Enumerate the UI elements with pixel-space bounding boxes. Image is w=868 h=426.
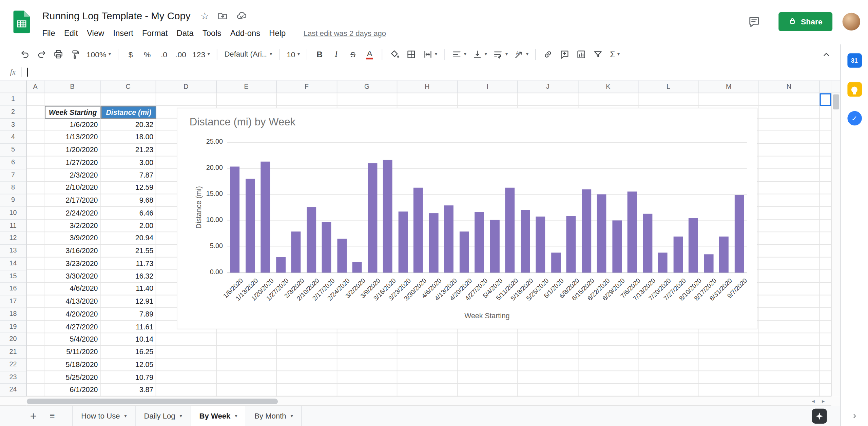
chart-bar[interactable] [475, 212, 484, 273]
comment-history-icon[interactable] [748, 16, 760, 27]
column-header-E[interactable]: E [216, 81, 277, 93]
paint-format-button[interactable] [67, 47, 82, 62]
chart-bar[interactable] [689, 218, 698, 272]
row-header-4[interactable]: 4 [0, 131, 26, 144]
font-family-button[interactable]: Default (Ari...▾ [222, 47, 274, 62]
chart-bar[interactable] [643, 214, 652, 272]
chart-bar[interactable] [521, 210, 530, 273]
chart-bar[interactable] [291, 231, 301, 272]
decrease-decimal-button[interactable]: .0 [156, 47, 171, 62]
add-sheet-button[interactable]: + [25, 410, 41, 422]
cell-week-date[interactable]: 3/2/2020 [45, 220, 101, 232]
menu-help[interactable]: Help [265, 27, 290, 39]
column-header-A[interactable]: A [27, 81, 44, 93]
increase-decimal-button[interactable]: .00 [173, 47, 188, 62]
chart-bar[interactable] [536, 216, 545, 272]
row-header-1[interactable]: 1 [0, 93, 26, 106]
menu-add-ons[interactable]: Add-ons [226, 27, 265, 39]
cell-distance-value[interactable]: 20.32 [101, 119, 156, 131]
column-header-I[interactable]: I [458, 81, 518, 93]
cell-distance-value[interactable]: 21.23 [101, 144, 156, 156]
chart-bar[interactable] [307, 207, 316, 272]
cell-week-date[interactable]: 2/24/2020 [45, 207, 101, 220]
cell-week-date[interactable]: 5/11/2020 [45, 346, 101, 359]
chart-bar[interactable] [398, 211, 408, 273]
borders-button[interactable] [404, 47, 419, 62]
row-header-5[interactable]: 5 [0, 144, 26, 156]
text-color-button[interactable]: A [362, 47, 377, 62]
chart-bar[interactable] [352, 262, 362, 273]
row-header-13[interactable]: 13 [0, 245, 26, 257]
scroll-left-icon[interactable]: ◂ [812, 398, 815, 404]
cell-distance-value[interactable]: 20.94 [101, 232, 156, 245]
menu-view[interactable]: View [82, 27, 109, 39]
scroll-right-icon[interactable]: ▸ [822, 398, 825, 404]
vertical-scrollbar[interactable] [831, 93, 840, 397]
column-header-L[interactable]: L [638, 81, 699, 93]
cell-distance-value[interactable]: 11.61 [101, 321, 156, 333]
document-title[interactable]: Running Log Template - My Copy [42, 10, 191, 22]
cell-distance-value[interactable]: 2.00 [101, 220, 156, 232]
row-header-16[interactable]: 16 [0, 283, 26, 295]
cell-distance-value[interactable]: 7.87 [101, 169, 156, 182]
chart-bar[interactable] [582, 189, 591, 272]
select-all-corner[interactable] [0, 81, 27, 94]
insert-comment-button[interactable] [557, 47, 572, 62]
cell-distance-value[interactable]: 9.68 [101, 194, 156, 207]
chart-bar[interactable] [505, 188, 515, 272]
keep-icon[interactable] [847, 82, 862, 97]
menu-insert[interactable]: Insert [109, 27, 138, 39]
row-header-6[interactable]: 6 [0, 157, 26, 169]
cell-distance-value[interactable]: 16.25 [101, 346, 156, 359]
menu-tools[interactable]: Tools [198, 27, 226, 39]
cell-distance-value[interactable]: 6.46 [101, 207, 156, 220]
vertical-align-button[interactable]: ▾ [470, 47, 489, 62]
chart-bar[interactable] [413, 187, 423, 272]
row-header-15[interactable]: 15 [0, 270, 26, 283]
sheet-tab-by-month[interactable]: By Month▾ [246, 406, 302, 426]
cell-week-date[interactable]: 5/4/2020 [45, 333, 101, 346]
horizontal-scrollbar-thumb[interactable] [27, 399, 278, 404]
header-cell-distance[interactable]: Distance (mi) [101, 106, 156, 119]
cell-distance-value[interactable]: 12.05 [101, 359, 156, 371]
chart-bar[interactable] [261, 162, 270, 272]
row-header-19[interactable]: 19 [0, 321, 26, 333]
calendar-icon[interactable]: 31 [847, 53, 862, 68]
column-header-partial[interactable] [819, 81, 831, 93]
hide-side-panel-icon[interactable]: › [841, 410, 868, 422]
chart-bar[interactable] [276, 257, 286, 272]
cell-week-date[interactable]: 4/13/2020 [45, 296, 101, 308]
row-header-3[interactable]: 3 [0, 119, 26, 131]
menu-file[interactable]: File [38, 27, 60, 39]
italic-button[interactable]: I [329, 47, 344, 62]
cell-week-date[interactable]: 2/3/2020 [45, 169, 101, 182]
move-to-folder-icon[interactable] [217, 11, 228, 21]
row-header-24[interactable]: 24 [0, 384, 26, 396]
cell-distance-value[interactable]: 10.14 [101, 333, 156, 346]
cell-week-date[interactable]: 5/18/2020 [45, 359, 101, 371]
row-header-11[interactable]: 11 [0, 220, 26, 232]
star-icon[interactable]: ☆ [200, 12, 209, 21]
chart-bar[interactable] [322, 222, 331, 272]
all-sheets-button[interactable]: ≡ [44, 411, 60, 420]
cell-week-date[interactable]: 1/6/2020 [45, 119, 101, 131]
chart-bar[interactable] [628, 192, 637, 273]
row-header-2[interactable]: 2 [0, 106, 26, 119]
header-cell-week-starting[interactable]: Week Starting [45, 106, 101, 119]
chart-bar[interactable] [246, 179, 255, 272]
cell-week-date[interactable]: 4/6/2020 [45, 283, 101, 295]
create-filter-button[interactable] [591, 47, 605, 62]
insert-link-button[interactable] [541, 47, 556, 62]
chart-bar[interactable] [459, 231, 469, 272]
horizontal-scrollbar[interactable]: ◂ ▸ [27, 397, 831, 406]
font-size-button[interactable]: 10▾ [284, 47, 302, 62]
embedded-chart[interactable]: 25.0020.0015.0010.005.000.001/6/20201/13… [177, 108, 757, 329]
user-avatar[interactable] [843, 13, 860, 31]
chart-bar[interactable] [734, 195, 744, 272]
sheet-tab-how-to-use[interactable]: How to Use▾ [72, 406, 136, 426]
cell-week-date[interactable]: 4/27/2020 [45, 321, 101, 333]
merge-cells-button[interactable]: ▾ [420, 47, 439, 62]
collapse-toolbar-button[interactable] [818, 47, 833, 62]
cell-week-date[interactable]: 3/9/2020 [45, 232, 101, 245]
cell-week-date[interactable]: 5/25/2020 [45, 371, 101, 384]
